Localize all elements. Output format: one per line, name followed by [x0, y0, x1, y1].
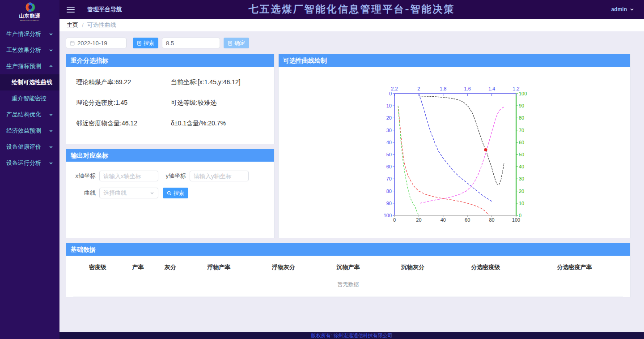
breadcrumb-home[interactable]: 主页 [67, 21, 78, 29]
svg-text:40: 40 [441, 217, 446, 223]
document-icon [137, 41, 142, 46]
indicator-washability-grade: 可选等级:较难选 [171, 99, 264, 107]
chevron-down-icon [49, 129, 53, 133]
chevron-down-icon [630, 7, 634, 12]
svg-text:40: 40 [519, 164, 524, 169]
col-separation-density-yield: 分选密度产率 [526, 262, 623, 273]
sidebar-item-label: 工艺效果分析 [6, 46, 41, 54]
x-coordinate-input[interactable] [103, 173, 154, 180]
sidebar-item-label: 经济效益预测 [6, 127, 41, 135]
svg-text:1.6: 1.6 [464, 86, 471, 91]
density-field[interactable] [162, 38, 220, 48]
sidebar-item-label: 设备运行分析 [6, 159, 41, 167]
confirm-button[interactable]: 确定 [224, 38, 249, 48]
svg-text:50: 50 [386, 152, 392, 157]
x-coordinate-field[interactable] [99, 171, 158, 181]
density-input[interactable] [166, 40, 216, 47]
svg-text:10: 10 [519, 201, 524, 206]
logo-title: 山东能源 [19, 13, 41, 19]
col-density-grade: 密度级 [73, 262, 122, 273]
sidebar-item-production-index-forecast[interactable]: 生产指标预测 [0, 58, 59, 74]
document-icon [228, 41, 233, 46]
svg-text:1.4: 1.4 [488, 86, 495, 91]
search-button[interactable]: 搜索 [133, 38, 158, 48]
breadcrumb: 主页 / 可选性曲线 [59, 19, 644, 31]
panel-title: 可选性曲线绘制 [279, 54, 630, 67]
col-separation-density-grade: 分选密度级 [445, 262, 526, 273]
chevron-down-icon [150, 191, 154, 195]
coordinate-search-label: 搜索 [174, 189, 184, 197]
sidebar-item-equipment-operation[interactable]: 设备运行分析 [0, 155, 59, 171]
sidebar: 山东能源 SHANDONG ENERGY 生产情况分析 工艺效果分析 生产指标预… [0, 0, 59, 339]
date-picker[interactable] [66, 38, 127, 48]
y-coordinate-input[interactable] [194, 173, 245, 180]
sidebar-item-production-analysis[interactable]: 生产情况分析 [0, 26, 59, 42]
panel-washability-curve: 可选性曲线绘制 2.221.81.61.41.20102030405060708… [278, 54, 631, 238]
y-coordinate-field[interactable] [190, 171, 249, 181]
indicator-theoretical-separation-density: 理论分选密度:1.45 [76, 99, 171, 107]
chevron-down-icon [49, 145, 53, 149]
sidebar-item-label: 生产指标预测 [6, 62, 41, 70]
confirm-button-label: 确定 [234, 39, 245, 47]
hamburger-menu-icon[interactable] [67, 7, 75, 13]
copyright-text: 版权所有: 徐州宏远通信科技有限公司 [311, 332, 392, 339]
date-input[interactable] [77, 40, 123, 47]
panel-title: 重介分选指标 [66, 54, 274, 67]
curve-select[interactable]: 选择曲线 [99, 188, 158, 198]
toolbar: 搜索 确定 [66, 38, 631, 48]
sidebar-nav: 生产情况分析 工艺效果分析 生产指标预测 绘制可选性曲线 重介智能密控 产品结构… [0, 26, 59, 171]
svg-text:100: 100 [384, 213, 392, 218]
platform-nav-link[interactable]: 管理平台导航 [87, 5, 122, 13]
sidebar-item-process-effect[interactable]: 工艺效果分析 [0, 42, 59, 58]
svg-text:90: 90 [386, 201, 392, 206]
indicator-current-coordinate: 当前坐标:[x:1.45,y:46.12] [171, 78, 264, 86]
page-title: 七五选煤厂智能化信息管理平台-智能决策 [248, 3, 455, 16]
svg-text:60: 60 [465, 217, 470, 223]
coordinate-search-button[interactable]: 搜索 [163, 188, 188, 198]
svg-text:1.8: 1.8 [440, 86, 446, 91]
logo: 山东能源 SHANDONG ENERGY [0, 0, 59, 21]
panel-separation-indicators: 重介分选指标 理论精煤产率:69.22 当前坐标:[x:1.45,y:46.12… [66, 54, 275, 144]
top-header: 管理平台导航 七五选煤厂智能化信息管理平台-智能决策 admin [59, 0, 644, 19]
sidebar-item-label: 生产情况分析 [6, 30, 41, 38]
chevron-up-icon [49, 64, 53, 69]
chevron-down-icon [49, 161, 53, 165]
svg-text:70: 70 [386, 176, 392, 181]
chevron-down-icon [49, 112, 53, 117]
panel-output-coordinates: 输出对应坐标 x轴坐标 y轴坐标 曲线 [66, 149, 275, 238]
sidebar-subitem-draw-washability-curve[interactable]: 绘制可选性曲线 [0, 74, 59, 90]
sidebar-subitem-label: 重介智能密控 [12, 94, 47, 103]
breadcrumb-current: 可选性曲线 [87, 21, 116, 29]
sidebar-item-label: 产品结构优化 [6, 111, 41, 119]
panel-title: 输出对应坐标 [66, 149, 274, 162]
username: admin [611, 6, 627, 13]
indicator-list: 理论精煤产率:69.22 当前坐标:[x:1.45,y:46.12] 理论分选密… [66, 67, 274, 139]
magnifier-icon [167, 191, 172, 196]
svg-text:20: 20 [416, 217, 421, 223]
col-float-yield: 浮物产率 [186, 262, 251, 273]
svg-text:2: 2 [417, 86, 420, 91]
user-dropdown[interactable]: admin [611, 6, 634, 13]
curve-select-label: 曲线 [72, 189, 96, 197]
sidebar-subitem-dense-medium-density-control[interactable]: 重介智能密控 [0, 90, 59, 107]
sidebar-item-product-structure[interactable]: 产品结构优化 [0, 107, 59, 123]
table-header-row: 密度级 产率 灰分 浮物产率 浮物灰分 沉物产率 沉物灰分 分选密度级 分选密度… [73, 262, 623, 273]
sidebar-item-equipment-health[interactable]: 设备健康评价 [0, 139, 59, 155]
col-sink-yield: 沉物产率 [316, 262, 381, 273]
base-data-table: 密度级 产率 灰分 浮物产率 浮物灰分 沉物产率 沉物灰分 分选密度级 分选密度… [73, 262, 623, 296]
svg-text:0: 0 [389, 91, 392, 96]
sidebar-item-label: 设备健康评价 [6, 143, 41, 151]
svg-text:100: 100 [512, 217, 520, 223]
svg-text:20: 20 [386, 115, 392, 120]
svg-text:2.2: 2.2 [391, 86, 398, 91]
washability-chart: 2.221.81.61.41.2010203040506070809010010… [379, 84, 530, 224]
breadcrumb-separator: / [82, 22, 84, 29]
sidebar-item-economic-benefit[interactable]: 经济效益预测 [0, 123, 59, 139]
svg-text:90: 90 [519, 103, 524, 108]
col-float-ash: 浮物灰分 [251, 262, 316, 273]
col-ash: 灰分 [154, 262, 186, 273]
svg-text:30: 30 [519, 176, 524, 181]
main-content: 搜索 确定 重介分选指标 理论精煤产率:69.22 当前坐标:[x:1.45,y… [59, 31, 644, 332]
panel-title: 基础数据 [66, 243, 630, 256]
col-yield: 产率 [122, 262, 154, 273]
